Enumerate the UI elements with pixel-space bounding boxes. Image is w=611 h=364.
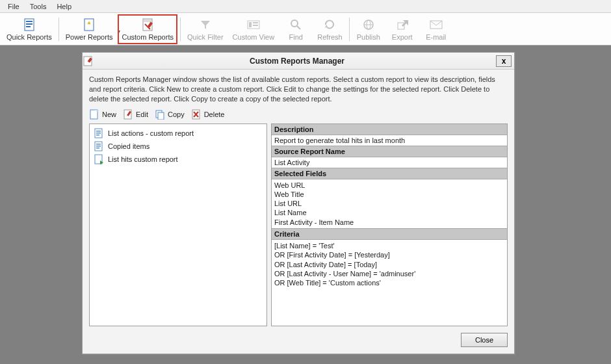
publish-button[interactable]: Publish (352, 14, 385, 44)
svg-rect-4 (84, 19, 94, 31)
svg-rect-43 (96, 148, 99, 149)
close-button[interactable]: Close (461, 333, 508, 347)
dialog-close-button[interactable]: x (496, 55, 512, 67)
edit-label: Edit (136, 110, 148, 118)
menu-help[interactable]: Help (51, 1, 77, 12)
refresh-icon (324, 18, 335, 32)
report-detail-pane: Description Report to generate total hit… (271, 124, 508, 326)
delete-icon (191, 109, 202, 120)
svg-rect-2 (26, 23, 32, 25)
dialog-panes: List actions - custom report Copied item… (89, 124, 508, 326)
quick-reports-button[interactable]: Quick Reports (3, 14, 56, 44)
list-item[interactable]: List hits custom report (92, 153, 264, 166)
custom-view-label: Custom View (233, 33, 275, 41)
email-button[interactable]: E-mail (420, 14, 452, 44)
svg-rect-15 (253, 25, 258, 26)
export-button[interactable]: Export (386, 14, 419, 44)
fields-value: Web URL Web Title List URL List Name Fir… (272, 179, 507, 228)
svg-rect-13 (249, 22, 252, 27)
dialog-footer: Close (89, 326, 508, 347)
custom-reports-button[interactable]: Custom Reports (118, 14, 177, 44)
find-label: Find (289, 33, 302, 41)
menu-file[interactable]: File (3, 1, 25, 12)
reports-list[interactable]: List actions - custom report Copied item… (89, 124, 267, 326)
toolbar-separator (180, 18, 181, 41)
report-item-icon (94, 141, 104, 151)
new-button[interactable]: New (89, 109, 116, 120)
criteria-header: Criteria (272, 228, 507, 240)
custom-reports-manager-dialog: Custom Reports Manager x Custom Reports … (82, 52, 515, 354)
edit-button[interactable]: Edit (123, 109, 148, 120)
custom-view-icon (247, 18, 260, 32)
svg-line-17 (297, 26, 300, 29)
delete-label: Delete (204, 110, 225, 118)
report-item-icon (94, 128, 104, 138)
list-item-label: Copied items (108, 142, 150, 150)
new-icon (89, 109, 99, 120)
power-report-icon (83, 18, 95, 32)
svg-rect-32 (158, 112, 164, 120)
dialog-body: Custom Reports Manager window shows the … (83, 70, 514, 354)
menubar: File Tools Help (0, 0, 611, 13)
report-item-icon (94, 154, 104, 164)
source-header: Source Report Name (272, 146, 507, 157)
dialog-title: Custom Reports Manager (98, 57, 496, 66)
description-value: Report to generate total hits in last mo… (272, 135, 507, 146)
svg-marker-11 (201, 21, 210, 29)
quick-filter-button[interactable]: Quick Filter (183, 14, 228, 44)
export-icon (396, 18, 408, 32)
quick-filter-label: Quick Filter (187, 33, 224, 41)
copy-label: Copy (168, 110, 185, 118)
svg-rect-7 (144, 20, 151, 22)
dialog-title-icon (83, 56, 98, 66)
svg-rect-38 (96, 133, 101, 134)
toolbar-separator (349, 18, 350, 41)
toolbar-separator (58, 18, 59, 41)
list-item-label: List actions - custom report (108, 129, 194, 137)
svg-marker-23 (402, 20, 408, 27)
report-icon (23, 18, 35, 32)
copy-button[interactable]: Copy (155, 109, 185, 120)
publish-icon (363, 18, 374, 32)
dialog-toolbar: New Edit Copy Delete (89, 109, 508, 120)
find-button[interactable]: Find (280, 14, 312, 44)
svg-rect-1 (26, 21, 32, 22)
filter-icon (200, 18, 211, 32)
svg-rect-42 (96, 146, 101, 147)
list-item[interactable]: Copied items (92, 140, 264, 153)
list-item[interactable]: List actions - custom report (92, 127, 264, 140)
svg-rect-14 (253, 22, 258, 23)
quick-reports-label: Quick Reports (6, 33, 52, 41)
find-icon (290, 18, 302, 32)
svg-rect-37 (96, 131, 101, 132)
new-label: New (102, 110, 116, 118)
custom-reports-label: Custom Reports (122, 33, 173, 41)
delete-button[interactable]: Delete (191, 109, 225, 120)
power-reports-button[interactable]: Power Reports ▾ (62, 14, 117, 44)
svg-point-16 (291, 20, 298, 27)
main-toolbar: Quick Reports Power Reports ▾ Custom Rep… (0, 13, 611, 46)
menu-tools[interactable]: Tools (25, 1, 52, 12)
edit-icon (123, 109, 133, 120)
dialog-help-text: Custom Reports Manager window shows the … (89, 75, 508, 104)
description-header: Description (272, 124, 507, 135)
publish-label: Publish (357, 33, 380, 41)
svg-rect-3 (26, 26, 31, 27)
refresh-label: Refresh (317, 33, 343, 41)
svg-rect-41 (96, 144, 101, 145)
source-value: List Activity (272, 157, 507, 168)
svg-rect-39 (96, 135, 99, 136)
email-label: E-mail (426, 33, 446, 41)
custom-view-button[interactable]: Custom View (229, 14, 279, 44)
criteria-value: [List Name] = 'Test' OR [First Activity … (272, 240, 507, 326)
refresh-button[interactable]: Refresh (313, 14, 346, 44)
export-label: Export (392, 33, 413, 41)
dialog-titlebar: Custom Reports Manager x (83, 53, 514, 70)
email-icon (430, 18, 443, 32)
list-item-label: List hits custom report (108, 155, 178, 163)
copy-icon (155, 109, 165, 120)
power-reports-label: Power Reports (66, 33, 113, 41)
fields-header: Selected Fields (272, 168, 507, 179)
custom-report-icon (142, 18, 153, 32)
